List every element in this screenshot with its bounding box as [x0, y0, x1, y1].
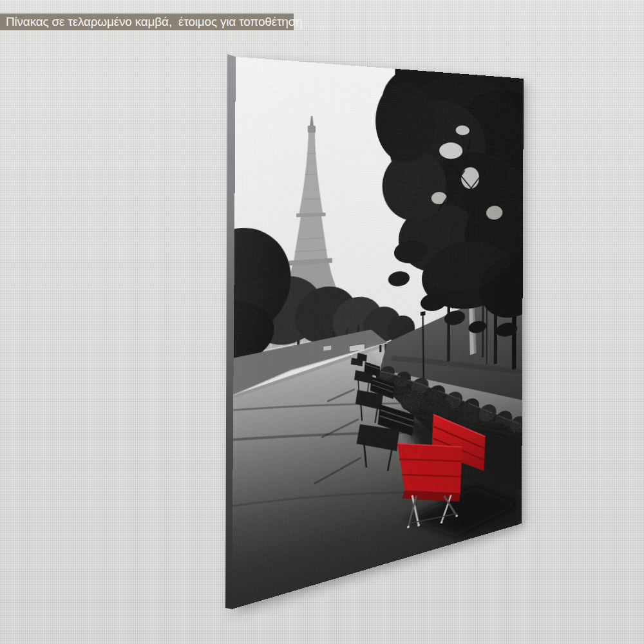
canvas-front-face — [232, 57, 524, 609]
tree-trunk — [447, 302, 450, 362]
banner-text: Πίνακας σε τελαρωμένο καμβά, έτοιμος για… — [6, 15, 303, 29]
canvas-artwork — [232, 57, 524, 609]
wall-background: { "banner": { "text": "Πίνακας σε τελαρω… — [0, 0, 644, 644]
product-banner: Πίνακας σε τελαρωμένο καμβά, έτοιμος για… — [0, 14, 294, 30]
